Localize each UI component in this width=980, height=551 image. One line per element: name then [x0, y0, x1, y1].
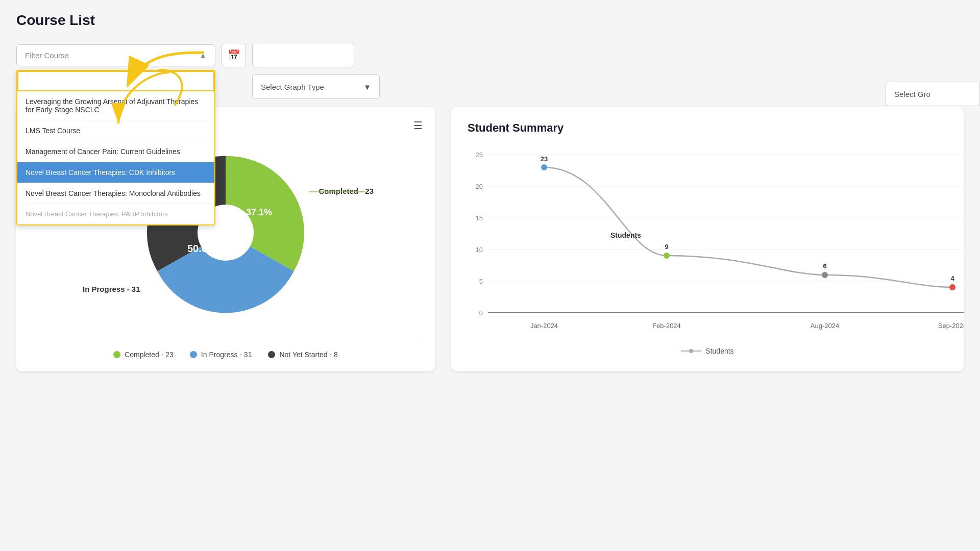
in-progress-percent: 50.0% — [187, 243, 216, 255]
filter-dropdown-menu: Leveraging the Growing Arsenal of Adjuva… — [16, 70, 215, 226]
x-label-sep: Sep-2024 — [938, 322, 964, 330]
line-path — [544, 167, 952, 287]
label-line-svg — [309, 184, 370, 205]
dropdown-item-0[interactable]: Leveraging the Growing Arsenal of Adjuva… — [17, 91, 214, 120]
completed-percent: 37.1% — [246, 207, 272, 218]
dropdown-item-4[interactable]: Novel Breast Cancer Therapies: Monoclona… — [17, 183, 214, 204]
legend-label-not-started: Not Yet Started - 8 — [279, 350, 337, 359]
data-point-sep — [949, 284, 955, 290]
legend-dot-not-started — [268, 351, 275, 358]
graph-type-arrow-icon: ▼ — [363, 83, 371, 91]
graph-type-placeholder: Select Graph Type — [261, 83, 324, 91]
value-label-aug: 6 — [823, 262, 826, 270]
line-chart-svg: 25 20 15 10 5 0 Jan-2024 Feb-2024 — [468, 147, 964, 341]
value-label-jan: 23 — [541, 155, 548, 163]
y-label-20: 20 — [476, 183, 483, 190]
page-title: Course List — [16, 12, 964, 29]
legend-item-in-progress: In Progress - 31 — [190, 350, 252, 359]
summary-title: Student Summary — [468, 121, 947, 135]
legend-line-svg — [681, 348, 701, 354]
y-label-25: 25 — [476, 151, 483, 159]
calendar-button[interactable]: 📅 — [222, 43, 246, 67]
y-label-10: 10 — [476, 246, 483, 254]
y-label-15: 15 — [476, 214, 483, 222]
page-container: Course List Filter Course ▲ — [0, 0, 980, 551]
dropdown-item-1[interactable]: LMS Test Course — [17, 120, 214, 141]
data-point-feb — [664, 253, 670, 259]
legend-dot-in-progress — [190, 351, 197, 358]
legend-dot-completed — [113, 351, 120, 358]
students-curve-label: Students — [610, 231, 641, 239]
y-label-5: 5 — [479, 278, 483, 285]
svg-point-3 — [689, 349, 693, 353]
dropdown-item-3[interactable]: Novel Breast Cancer Therapies: CDK Inhib… — [17, 162, 214, 183]
value-label-sep: 4 — [950, 274, 954, 282]
y-label-0: 0 — [479, 309, 483, 317]
chart-legend: Completed - 23 In Progress - 31 Not Yet … — [29, 342, 423, 359]
filter-course-dropdown[interactable]: Filter Course ▲ — [16, 44, 215, 66]
select-gro-dropdown[interactable]: Select Gro — [886, 82, 980, 106]
data-point-jan — [541, 164, 547, 170]
summary-panel: Student Summary 25 20 15 10 5 0 — [451, 107, 964, 371]
line-legend-label: Students — [705, 347, 733, 355]
dropdown-item-2[interactable]: Management of Cancer Pain: Current Guide… — [17, 141, 214, 162]
filter-search-input[interactable] — [17, 71, 214, 91]
select-gro-text: Select Gro — [894, 90, 930, 98]
x-label-aug: Aug-2024 — [811, 322, 839, 330]
legend-label-in-progress: In Progress - 31 — [201, 350, 252, 359]
legend-label-completed: Completed - 23 — [125, 350, 174, 359]
legend-item-completed: Completed - 23 — [113, 350, 174, 359]
date-input[interactable] — [252, 43, 354, 67]
data-point-aug — [822, 272, 828, 278]
line-chart-wrapper: 25 20 15 10 5 0 Jan-2024 Feb-2024 — [468, 147, 947, 355]
dropdown-item-5[interactable]: Novel Breast Cancer Therapies: PARP Inhi… — [17, 204, 214, 224]
dropdown-arrow-icon: ▲ — [199, 51, 207, 60]
legend-item-not-started: Not Yet Started - 8 — [268, 350, 337, 359]
graph-type-dropdown[interactable]: Select Graph Type ▼ — [252, 74, 380, 99]
x-label-jan: Jan-2024 — [530, 322, 558, 330]
x-label-feb: Feb-2024 — [652, 322, 681, 330]
value-label-feb: 9 — [665, 243, 668, 251]
in-progress-label: In Progress - 31 — [83, 285, 140, 293]
filter-placeholder: Filter Course — [25, 51, 69, 60]
filter-dropdown-wrapper: Filter Course ▲ Leveraging the Growing A… — [16, 44, 215, 66]
calendar-icon: 📅 — [228, 49, 240, 61]
line-chart-legend: Students — [468, 347, 947, 355]
